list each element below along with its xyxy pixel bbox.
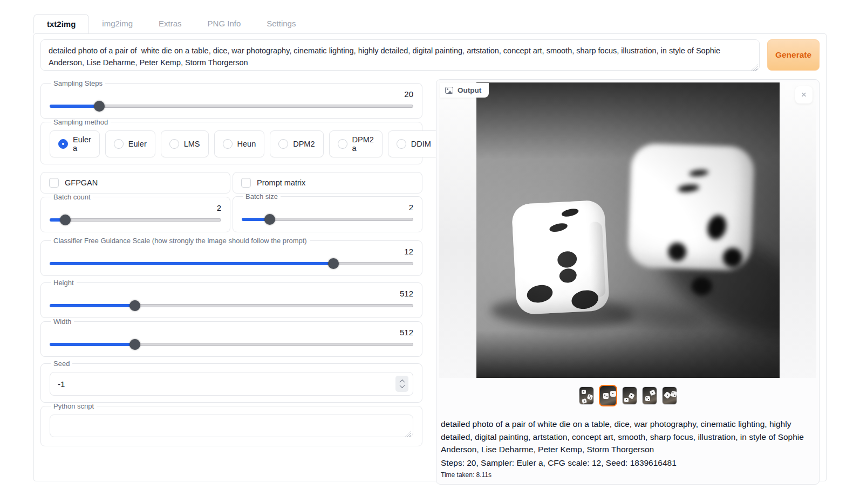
output-column: Output × xyxy=(436,79,820,485)
generate-button[interactable]: Generate xyxy=(767,39,820,71)
output-panel: Output × xyxy=(436,79,820,485)
checkbox-icon xyxy=(241,178,251,188)
die-pip xyxy=(722,247,742,267)
cfg-scale-slider[interactable] xyxy=(50,258,413,269)
radio-euler[interactable]: Euler xyxy=(105,130,155,157)
slider-thumb[interactable] xyxy=(94,101,105,112)
die-pip xyxy=(688,169,708,177)
tab-bar: txt2img img2img Extras PNG Info Settings xyxy=(33,14,309,33)
app-page: txt2img img2img Extras PNG Info Settings… xyxy=(0,0,860,504)
die-pip xyxy=(705,213,729,242)
height-slider[interactable] xyxy=(50,300,413,311)
gallery-thumbnail[interactable] xyxy=(642,386,657,405)
radio-label: Euler xyxy=(128,140,147,148)
caption-params-text: Steps: 20, Sampler: Euler a, CFG scale: … xyxy=(441,457,814,469)
main-panel: detailed photo of a pair of white die on… xyxy=(33,33,827,481)
die-pip xyxy=(525,283,554,305)
radio-label: DPM2 a xyxy=(352,135,374,153)
gfpgan-label: GFPGAN xyxy=(65,178,98,187)
batch-count-value: 2 xyxy=(50,202,221,215)
radio-dpm2[interactable]: DPM2 xyxy=(270,130,323,157)
batch-size-slider[interactable] xyxy=(242,214,413,225)
sampling-steps-value: 20 xyxy=(50,88,413,101)
python-script-input[interactable] xyxy=(50,415,413,437)
image-icon xyxy=(445,87,453,94)
die-pip xyxy=(558,267,577,284)
die-shadow xyxy=(645,210,780,358)
sampling-method-group: Sampling method Euler a Euler LMS Heun D… xyxy=(40,118,422,164)
seed-stepper[interactable] xyxy=(395,376,408,392)
output-chip: Output xyxy=(440,83,489,98)
radio-label: Euler a xyxy=(73,135,91,153)
width-label: Width xyxy=(51,317,74,326)
radio-icon xyxy=(169,139,179,149)
batch-count-slider[interactable] xyxy=(50,215,221,225)
slider-thumb[interactable] xyxy=(328,258,339,269)
close-icon[interactable]: × xyxy=(795,86,813,103)
radio-euler-a[interactable]: Euler a xyxy=(50,130,100,157)
caption-time-text: Time taken: 8.11s xyxy=(441,471,814,479)
die-left-focused xyxy=(511,200,609,315)
tab-settings[interactable]: Settings xyxy=(254,14,309,33)
sampling-steps-group: Sampling Steps 20 xyxy=(40,79,422,119)
radio-icon xyxy=(58,139,68,149)
prompt-row: detailed photo of a pair of white die on… xyxy=(40,39,820,73)
radio-icon xyxy=(397,139,406,149)
settings-column: Sampling Steps 20 Sampling method Euler … xyxy=(40,79,422,446)
die-pip xyxy=(691,277,712,295)
width-value: 512 xyxy=(50,327,413,339)
gallery-thumbnail[interactable] xyxy=(662,386,677,405)
batch-size-group: Batch size 2 xyxy=(233,192,422,232)
gfpgan-checkbox[interactable]: GFPGAN xyxy=(40,172,230,194)
prompt-textarea-wrap: detailed photo of a pair of white die on… xyxy=(40,39,760,73)
slider-thumb[interactable] xyxy=(129,300,140,311)
die-pip xyxy=(667,243,686,261)
radio-heun[interactable]: Heun xyxy=(214,130,265,157)
tab-txt2img[interactable]: txt2img xyxy=(33,14,89,33)
die-edge-shading xyxy=(588,222,605,298)
chevron-down-icon[interactable] xyxy=(399,383,405,388)
seed-input[interactable] xyxy=(50,372,413,396)
die-shadow xyxy=(599,295,704,333)
gallery-thumbnail[interactable] xyxy=(579,386,594,405)
slider-track[interactable] xyxy=(50,218,221,222)
radio-label: DDIM xyxy=(411,140,431,148)
batch-size-value: 2 xyxy=(242,202,413,214)
slider-thumb[interactable] xyxy=(264,214,275,225)
sampling-steps-label: Sampling Steps xyxy=(51,79,105,87)
gallery-thumbnail[interactable] xyxy=(622,386,637,405)
tab-png-info[interactable]: PNG Info xyxy=(195,14,254,33)
blur-band-right xyxy=(779,82,816,378)
slider-thumb[interactable] xyxy=(129,339,140,350)
cfg-scale-group: Classifier Free Guidance Scale (how stro… xyxy=(40,237,422,276)
radio-label: Heun xyxy=(237,140,256,148)
prompt-matrix-checkbox[interactable]: Prompt matrix xyxy=(233,172,422,194)
gallery-thumbnail[interactable] xyxy=(599,385,617,406)
radio-ddim[interactable]: DDIM xyxy=(388,130,440,157)
generation-info: detailed photo of a pair of white die on… xyxy=(439,413,816,479)
radio-icon xyxy=(278,139,288,149)
tab-img2img[interactable]: img2img xyxy=(89,14,146,33)
prompt-input[interactable]: detailed photo of a pair of white die on… xyxy=(40,39,760,71)
sampling-steps-slider[interactable] xyxy=(50,101,413,112)
output-image[interactable] xyxy=(476,82,780,378)
radio-dpm2-a[interactable]: DPM2 a xyxy=(329,130,383,157)
slider-fill xyxy=(50,262,333,265)
batch-size-label: Batch size xyxy=(243,192,281,201)
batch-count-group: Batch count 2 xyxy=(40,193,230,232)
die-pip xyxy=(561,208,579,218)
tab-extras[interactable]: Extras xyxy=(146,14,195,33)
slider-thumb[interactable] xyxy=(60,215,71,225)
width-slider[interactable] xyxy=(50,339,413,350)
radio-label: LMS xyxy=(184,140,200,148)
die-right-blurred xyxy=(627,143,755,271)
radio-lms[interactable]: LMS xyxy=(161,130,209,157)
slider-fill xyxy=(50,304,135,307)
caption-prompt-text: detailed photo of a pair of white die on… xyxy=(441,418,814,456)
sampling-method-label: Sampling method xyxy=(51,118,111,126)
seed-group: Seed xyxy=(40,360,422,403)
python-script-label: Python script xyxy=(51,402,97,410)
radio-icon xyxy=(114,139,124,149)
slider-fill xyxy=(50,343,135,346)
height-label: Height xyxy=(51,279,77,287)
